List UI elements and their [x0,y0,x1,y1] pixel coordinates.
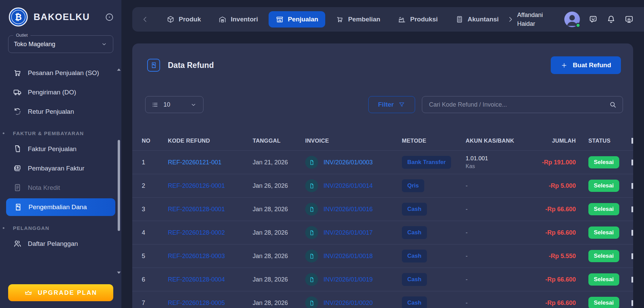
sidebar-item-pengiriman-do[interactable]: Pengiriman (DO) [0,83,121,102]
sidebar-item-nota-kredit[interactable]: Nota Kredit [0,178,121,197]
sidebar-item-label: Pengiriman (DO) [28,89,76,96]
clipped-column-fragment [631,183,633,189]
file-icon [309,183,315,189]
tab-label: Produksi [410,16,437,23]
refund-table: NOKODE REFUNDTANGGALINVOICEMETODEAKUN KA… [132,131,633,308]
outlet-selector[interactable]: Outlet Toko Magelang [8,35,113,53]
cell-date: Jan 28, 2026 [253,300,305,307]
search-icon [609,101,617,109]
column-header-status: STATUS [576,138,631,144]
brand-header: ₿ BAKOELKU [0,0,121,26]
cell-amount: -Rp 66.600 [527,300,576,307]
method-badge: Cash [402,250,427,262]
truck-icon [13,88,22,97]
status-badge: Selesai [588,273,619,286]
chevron-down-icon [101,41,108,48]
funnel-icon [398,101,405,108]
brand-name: BAKOELKU [34,12,90,22]
factory-icon [398,15,406,23]
clipped-column-fragment [631,277,633,283]
sidebar: ₿ BAKOELKU Outlet Toko Magelang Pesanan … [0,0,121,308]
table-row: 4 REF-20260128-0002 Jan 28, 2026 INV/202… [132,221,633,244]
sidebar-item-pengembalian-dana[interactable]: Pengembalian Dana [6,198,115,216]
chat-icon [588,15,598,24]
chevron-down-icon [190,101,197,108]
cell-amount: -Rp 66.600 [527,276,576,283]
sidebar-item-daftar-pelanggan[interactable]: Daftar Pelanggan [0,234,121,253]
method-badge: Cash [402,226,427,239]
search-input[interactable] [422,96,623,113]
create-refund-button[interactable]: Buat Refund [551,56,621,74]
document-icon [13,144,22,153]
akun-empty: - [466,253,468,259]
sidebar-collapse-button[interactable] [105,13,114,22]
refund-code-link[interactable]: REF-20260128-0002 [168,229,225,236]
clipped-column-fragment [631,160,633,165]
upgrade-plan-label: UPGRADE PLAN [38,289,97,296]
scrollbar-thumb[interactable] [118,140,120,231]
tab-penjualan[interactable]: Penjualan [269,11,326,28]
column-header-akun-kas-bank: AKUN KAS/BANK [466,138,527,144]
akun-empty: - [466,206,468,213]
calculator-icon [455,15,464,23]
method-badge: Cash [402,296,427,308]
invoice-link[interactable]: INV/2026/01/0019 [324,276,373,283]
file-icon [309,276,315,283]
refund-code-link[interactable]: REF-20260128-0005 [168,300,225,306]
tab-produk[interactable]: Produk [159,11,208,28]
table-row: 5 REF-20260128-0003 Jan 28, 2026 INV/202… [132,244,633,268]
invoice-link[interactable]: INV/2026/01/0020 [324,300,373,307]
filter-button[interactable]: Filter [368,96,415,113]
user-menu[interactable] [564,12,580,27]
refund-code-link[interactable]: REF-20260128-0004 [168,276,225,283]
invoice-link[interactable]: INV/2026/01/0018 [324,253,373,260]
wallet-icon [13,164,22,173]
clipped-column-fragment [631,138,633,144]
invoice-file-badge [305,250,318,262]
upgrade-plan-button[interactable]: UPGRADE PLAN [8,284,113,301]
refund-code-link[interactable]: REF-20260126-0001 [168,182,225,189]
sidebar-scrollbar[interactable] [117,68,121,274]
sidebar-item-label: Pembayaran Faktur [28,165,84,172]
online-status-dot [575,23,581,28]
brand-logo: ₿ [9,7,28,26]
cell-akun: - [466,276,527,283]
invoice-link[interactable]: INV/2026/01/0003 [324,159,373,166]
invoice-link[interactable]: INV/2026/01/0014 [324,182,373,189]
sidebar-item-label: Faktur Penjualan [28,145,77,153]
scroll-down-icon[interactable] [117,271,121,274]
sidebar-item-retur-penjualan[interactable]: Retur Penjualan [0,102,121,121]
tab-label: Produk [179,16,201,23]
refund-code-link[interactable]: REF-20260128-0003 [168,253,225,259]
invoice-file-badge [305,203,318,216]
invoice-link[interactable]: INV/2026/01/0016 [324,206,373,213]
page-size-select[interactable]: 10 [145,96,203,113]
topbar: ProdukInventoriPenjualanPembelianProduks… [132,7,644,32]
tab-pembelian[interactable]: Pembelian [329,11,387,28]
topnav-items: ProdukInventoriPenjualanPembelianProduks… [159,11,506,28]
cart-icon [336,15,344,23]
column-header-kode-refund: KODE REFUND [168,138,253,144]
scroll-up-icon[interactable] [117,68,121,71]
tab-akuntansi[interactable]: Akuntansi [448,11,506,28]
sidebar-item-pembayaran-faktur[interactable]: Pembayaran Faktur [0,159,121,178]
sidebar-item-pesanan-penjualan-so[interactable]: Pesanan Penjualan (SO) [0,63,121,83]
bell-icon [606,15,616,24]
tab-label: Akuntansi [468,16,499,23]
outlet-label: Outlet [13,33,31,38]
tab-produksi[interactable]: Produksi [391,11,445,28]
refund-code-link[interactable]: REF-20260121-001 [168,159,221,166]
cell-akun: - [466,300,527,307]
sidebar-item-faktur-penjualan[interactable]: Faktur Penjualan [0,139,121,159]
clipped-column-fragment [631,253,633,259]
clipped-column-fragment [631,206,633,212]
page-size-value: 10 [163,101,170,108]
invoice-link[interactable]: INV/2026/01/0017 [324,229,373,236]
table-row: 6 REF-20260128-0004 Jan 28, 2026 INV/202… [132,268,633,291]
status-badge: Selesai [588,227,619,239]
status-badge: Selesai [588,203,619,215]
refund-code-link[interactable]: REF-20260128-0001 [168,206,225,213]
akun-code: 1.01.001 [466,155,527,162]
tab-inventori[interactable]: Inventori [211,11,265,28]
cell-date: Jan 28, 2026 [253,253,305,260]
